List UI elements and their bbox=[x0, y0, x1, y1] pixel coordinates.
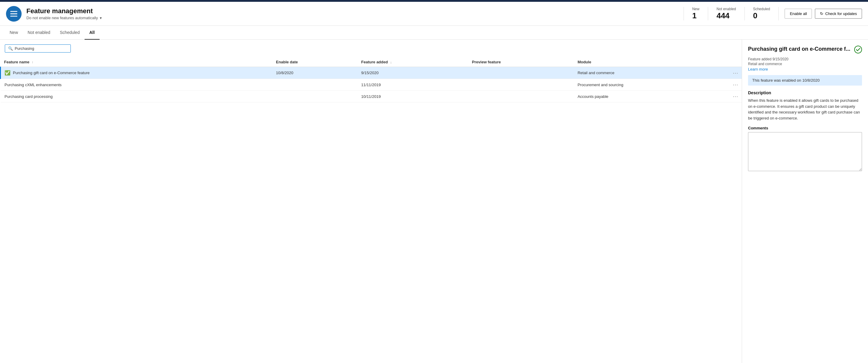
search-input-wrapper: 🔍 bbox=[5, 45, 71, 53]
cell-preview-feature-3 bbox=[468, 91, 574, 102]
stat-not-enabled-label: Not enabled bbox=[716, 7, 736, 11]
chevron-down-icon: ▼ bbox=[99, 16, 102, 20]
header: Feature management Do not enable new fea… bbox=[0, 2, 868, 26]
col-header-feature-added[interactable]: Feature added ↓ bbox=[358, 57, 468, 67]
description-label: Description bbox=[748, 90, 862, 95]
feature-name-text-3: Purchasing card processing bbox=[4, 94, 53, 99]
search-icon: 🔍 bbox=[8, 46, 13, 51]
tab-not-enabled[interactable]: Not enabled bbox=[23, 26, 55, 39]
cell-module-3: Accounts payable bbox=[574, 91, 729, 102]
svg-rect-2 bbox=[10, 16, 17, 17]
main-content: 🔍 Feature name ↑ Enable date Feature add… bbox=[0, 39, 868, 363]
enable-all-label: Enable all bbox=[790, 11, 807, 16]
cell-feature-name-3: Purchasing card processing bbox=[1, 91, 273, 102]
col-header-enable-date[interactable]: Enable date bbox=[272, 57, 358, 67]
page-title: Feature management bbox=[26, 7, 684, 15]
cell-enable-date-2 bbox=[272, 79, 358, 91]
cell-feature-name-1: ✅ Purchasing gift card on e-Commerce fea… bbox=[1, 67, 273, 79]
menu-icon bbox=[9, 9, 18, 18]
cell-options-1[interactable]: ⋯ bbox=[729, 67, 742, 79]
circle-check-icon bbox=[854, 46, 862, 53]
cell-options-3[interactable]: ⋯ bbox=[729, 91, 742, 102]
cell-preview-feature-2 bbox=[468, 79, 574, 91]
app-logo bbox=[6, 6, 22, 22]
header-title-area: Feature management Do not enable new fea… bbox=[26, 7, 684, 20]
left-panel: 🔍 Feature name ↑ Enable date Feature add… bbox=[0, 39, 742, 363]
feature-name-text-1: Purchasing gift card on e-Commerce featu… bbox=[13, 71, 90, 75]
comments-textarea[interactable] bbox=[748, 132, 862, 171]
table-header-row: Feature name ↑ Enable date Feature added… bbox=[1, 57, 742, 67]
row-options-icon-1[interactable]: ⋯ bbox=[733, 70, 738, 76]
enabled-check-icon: ✅ bbox=[4, 70, 10, 76]
stat-scheduled-label: Scheduled bbox=[753, 7, 770, 11]
cell-enable-date-3 bbox=[272, 91, 358, 102]
stat-scheduled: Scheduled 0 bbox=[745, 7, 779, 21]
svg-rect-1 bbox=[10, 13, 17, 14]
stat-new: New 1 bbox=[684, 7, 708, 21]
search-bar: 🔍 bbox=[0, 45, 742, 57]
nav-tabs: New Not enabled Scheduled All bbox=[0, 26, 868, 39]
stat-scheduled-value: 0 bbox=[753, 11, 770, 21]
stat-not-enabled: Not enabled 444 bbox=[708, 7, 745, 21]
svg-rect-0 bbox=[10, 11, 17, 12]
comments-label: Comments bbox=[748, 126, 862, 130]
cell-feature-name-2: Purchasing cXML enhancements bbox=[1, 79, 273, 91]
cell-feature-added-2: 11/11/2019 bbox=[358, 79, 468, 91]
sort-desc-icon: ↓ bbox=[390, 60, 392, 64]
col-label-module: Module bbox=[578, 60, 591, 64]
enabled-banner: This feature was enabled on 10/8/2020 bbox=[748, 75, 862, 86]
col-header-feature-name[interactable]: Feature name ↑ bbox=[1, 57, 273, 67]
learn-more-link[interactable]: Learn more bbox=[748, 67, 768, 72]
enable-all-button[interactable]: Enable all bbox=[785, 9, 812, 19]
header-stats: New 1 Not enabled 444 Scheduled 0 bbox=[684, 7, 779, 21]
cell-module-1: Retail and commerce bbox=[574, 67, 729, 79]
search-input[interactable] bbox=[15, 46, 67, 51]
cell-options-2[interactable]: ⋯ bbox=[729, 79, 742, 91]
svg-point-3 bbox=[855, 46, 862, 53]
tab-all[interactable]: All bbox=[85, 26, 100, 39]
check-updates-label: Check for updates bbox=[825, 11, 857, 16]
cell-enable-date-1: 10/8/2020 bbox=[272, 67, 358, 79]
cell-feature-added-1: 9/15/2020 bbox=[358, 67, 468, 79]
row-options-icon-3[interactable]: ⋯ bbox=[733, 93, 738, 100]
cell-feature-added-3: 10/11/2019 bbox=[358, 91, 468, 102]
tab-scheduled[interactable]: Scheduled bbox=[55, 26, 85, 39]
header-actions: Enable all ↻ Check for updates bbox=[785, 9, 862, 19]
table-row[interactable]: Purchasing cXML enhancements 11/11/2019 … bbox=[1, 79, 742, 91]
refresh-icon: ↻ bbox=[820, 11, 823, 16]
col-header-module[interactable]: Module bbox=[574, 57, 729, 67]
row-options-icon-2[interactable]: ⋯ bbox=[733, 82, 738, 88]
subtitle-text: Do not enable new features automatically bbox=[26, 16, 98, 20]
stat-new-label: New bbox=[692, 7, 700, 11]
col-label-feature-name: Feature name bbox=[4, 60, 30, 64]
table-row[interactable]: Purchasing card processing 10/11/2019 Ac… bbox=[1, 91, 742, 102]
cell-preview-feature-1 bbox=[468, 67, 574, 79]
col-label-enable-date: Enable date bbox=[276, 60, 298, 64]
stat-not-enabled-value: 444 bbox=[716, 11, 736, 21]
stat-new-value: 1 bbox=[692, 11, 700, 21]
detail-title-row: Purchasing gift card on e-Commerce f... bbox=[748, 46, 862, 55]
cell-module-2: Procurement and sourcing bbox=[574, 79, 729, 91]
description-text: When this feature is enabled it allows g… bbox=[748, 97, 862, 121]
right-panel: Purchasing gift card on e-Commerce f... … bbox=[742, 39, 868, 363]
check-updates-button[interactable]: ↻ Check for updates bbox=[815, 9, 862, 19]
tab-new[interactable]: New bbox=[5, 26, 23, 39]
subtitle-dropdown[interactable]: Do not enable new features automatically… bbox=[26, 16, 684, 20]
table-row[interactable]: ✅ Purchasing gift card on e-Commerce fea… bbox=[1, 67, 742, 79]
feature-table: Feature name ↑ Enable date Feature added… bbox=[0, 57, 742, 102]
col-header-options bbox=[729, 57, 742, 67]
detail-enabled-icon bbox=[854, 46, 862, 55]
col-label-feature-added: Feature added bbox=[361, 60, 388, 64]
detail-title: Purchasing gift card on e-Commerce f... bbox=[748, 46, 852, 53]
detail-meta-module: Retail and commerce bbox=[748, 62, 862, 66]
sort-asc-icon: ↑ bbox=[32, 60, 34, 64]
feature-name-text-2: Purchasing cXML enhancements bbox=[4, 83, 61, 87]
col-header-preview-feature[interactable]: Preview feature bbox=[468, 57, 574, 67]
detail-meta-date: Feature added 9/15/2020 bbox=[748, 57, 862, 61]
col-label-preview-feature: Preview feature bbox=[472, 60, 501, 64]
